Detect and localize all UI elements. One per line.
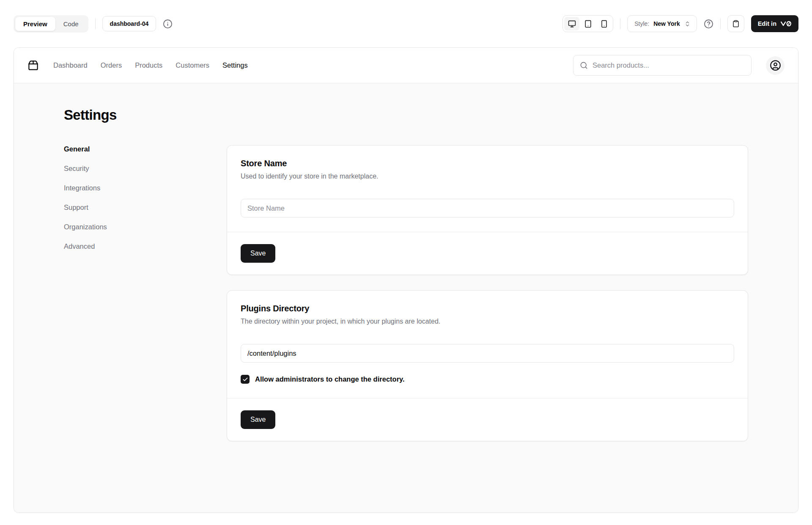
settings-main: Settings General Security Integrations S… bbox=[14, 83, 798, 512]
style-select-label: Style: bbox=[634, 20, 649, 27]
edit-in-v0-label: Edit in bbox=[758, 20, 776, 27]
smartphone-icon bbox=[600, 20, 608, 28]
allow-admins-checkbox[interactable] bbox=[241, 375, 250, 384]
user-menu-button[interactable] bbox=[766, 56, 785, 75]
divider bbox=[620, 18, 620, 29]
nav-link-dashboard[interactable]: Dashboard bbox=[53, 61, 88, 69]
plugins-directory-input[interactable] bbox=[241, 344, 734, 363]
copy-code-button[interactable] bbox=[727, 15, 744, 32]
nav-link-products[interactable]: Products bbox=[135, 61, 162, 69]
store-name-card-description: Used to identify your store in the marke… bbox=[241, 173, 734, 180]
tab-preview[interactable]: Preview bbox=[15, 17, 55, 31]
divider bbox=[95, 18, 96, 29]
store-navbar: Dashboard Orders Products Customers Sett… bbox=[14, 48, 798, 83]
store-nav-links: Dashboard Orders Products Customers Sett… bbox=[53, 61, 248, 69]
check-icon bbox=[242, 377, 248, 382]
block-name-badge: dashboard-04 bbox=[102, 16, 156, 31]
monitor-icon bbox=[568, 20, 576, 28]
block-preview-frame: Dashboard Orders Products Customers Sett… bbox=[14, 47, 798, 513]
sidebar-item-integrations[interactable]: Integrations bbox=[64, 184, 214, 192]
nav-link-orders[interactable]: Orders bbox=[101, 61, 122, 69]
plugins-directory-card: Plugins Directory The directory within y… bbox=[227, 290, 748, 441]
store-name-card-title: Store Name bbox=[241, 159, 734, 168]
edit-in-v0-button[interactable]: Edit in bbox=[751, 15, 798, 32]
sidebar-item-support[interactable]: Support bbox=[64, 203, 214, 212]
divider bbox=[720, 18, 721, 29]
circle-info-icon[interactable] bbox=[163, 19, 173, 29]
tab-code[interactable]: Code bbox=[55, 17, 87, 31]
sidebar-item-advanced[interactable]: Advanced bbox=[64, 242, 214, 250]
allow-admins-checkbox-label[interactable]: Allow administrators to change the direc… bbox=[255, 375, 405, 383]
settings-sidebar: General Security Integrations Support Or… bbox=[64, 145, 214, 250]
tablet-icon bbox=[584, 20, 592, 28]
chevrons-up-down-icon bbox=[684, 21, 691, 27]
sidebar-item-general[interactable]: General bbox=[64, 145, 214, 153]
device-toggle-group bbox=[562, 15, 613, 32]
clipboard-icon bbox=[732, 20, 740, 27]
plugins-directory-card-footer: Save bbox=[227, 398, 748, 441]
desktop-view-button[interactable] bbox=[564, 17, 579, 30]
preview-toolbar: Preview Code dashboard-04 bbox=[0, 0, 812, 47]
view-toggle-group: Preview Code bbox=[14, 15, 88, 33]
store-name-card-footer: Save bbox=[227, 232, 748, 275]
store-name-input[interactable] bbox=[241, 199, 734, 217]
style-select-value: New York bbox=[653, 20, 680, 27]
nav-link-customers[interactable]: Customers bbox=[176, 61, 209, 69]
package-icon[interactable] bbox=[27, 60, 39, 71]
v0-logo-icon bbox=[780, 21, 792, 27]
search-icon bbox=[580, 61, 588, 69]
sidebar-item-security[interactable]: Security bbox=[64, 165, 214, 173]
nav-link-settings[interactable]: Settings bbox=[222, 61, 248, 69]
sidebar-item-organizations[interactable]: Organizations bbox=[64, 223, 214, 231]
plugins-directory-card-description: The directory within your project, in wh… bbox=[241, 318, 734, 325]
save-button[interactable]: Save bbox=[241, 410, 275, 429]
plugins-directory-card-title: Plugins Directory bbox=[241, 304, 734, 313]
tablet-view-button[interactable] bbox=[580, 17, 595, 30]
store-name-card: Store Name Used to identify your store i… bbox=[227, 145, 748, 275]
circle-question-icon[interactable] bbox=[704, 19, 713, 29]
save-button[interactable]: Save bbox=[241, 244, 275, 263]
style-select[interactable]: Style: New York bbox=[627, 15, 697, 32]
search-input[interactable] bbox=[593, 61, 745, 69]
mobile-view-button[interactable] bbox=[596, 17, 612, 30]
product-search bbox=[573, 55, 752, 76]
page-title: Settings bbox=[64, 107, 748, 123]
circle-user-icon bbox=[770, 60, 781, 71]
